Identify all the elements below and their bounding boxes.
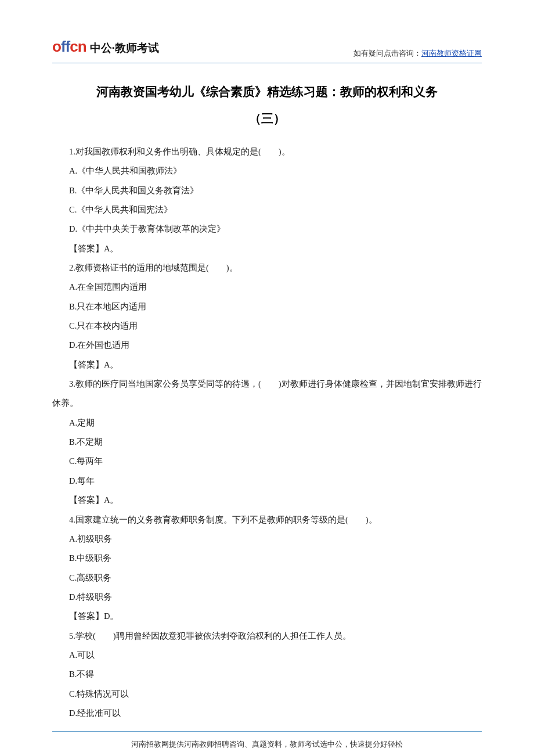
body-line: D.《中共中央关于教育体制改革的决定》 — [52, 219, 482, 239]
body-line: C.《中华人民共和国宪法》 — [52, 200, 482, 219]
site-logo: offcn 中公·教师考试 — [52, 35, 159, 59]
body-line: D.经批准可以 — [52, 704, 482, 723]
body-line: B.《中华人民共和国义务教育法》 — [52, 181, 482, 200]
body-line: 1.对我国教师权利和义务作出明确、具体规定的是( )。 — [52, 142, 482, 161]
body-line: C.每两年 — [52, 452, 482, 471]
body-line: C.高级职务 — [52, 568, 482, 588]
logo-latin: offcn — [52, 35, 86, 59]
body-line: 【答案】A。 — [52, 239, 482, 258]
header-consult: 如有疑问点击咨询：河南教师资格证网 — [353, 48, 482, 59]
body-line: B.只在本地区内适用 — [52, 297, 482, 316]
body-line: 4.国家建立统一的义务教育教师职务制度。下列不是教师的职务等级的是( )。 — [52, 510, 482, 530]
body-line: B.不得 — [52, 665, 482, 684]
body-line: A.可以 — [52, 646, 482, 665]
page-header: offcn 中公·教师考试 如有疑问点击咨询：河南教师资格证网 — [52, 35, 482, 63]
consult-prefix: 如有疑问点击咨询： — [353, 49, 421, 57]
body-line: D.特级职务 — [52, 588, 482, 607]
body-line: A.在全国范围内适用 — [52, 278, 482, 297]
body-line: C.只在本校内适用 — [52, 316, 482, 336]
body-line: A.初级职务 — [52, 530, 482, 549]
body-line: A.《中华人民共和国教师法》 — [52, 161, 482, 181]
document-title: 河南教资国考幼儿《综合素质》精选练习题：教师的权利和义务 （三） — [52, 78, 482, 132]
body-line: A.定期 — [52, 413, 482, 433]
body-line: C.特殊情况可以 — [52, 685, 482, 704]
consult-link[interactable]: 河南教师资格证网 — [421, 49, 482, 57]
body-line: 【答案】A。 — [52, 355, 482, 375]
body-line: 【答案】A。 — [52, 491, 482, 510]
logo-chinese: 中公·教师考试 — [90, 39, 159, 57]
title-line-2: （三） — [52, 105, 482, 132]
body-line: D.在外国也适用 — [52, 336, 482, 355]
document-body: 1.对我国教师权利和义务作出明确、具体规定的是( )。A.《中华人民共和国教师法… — [52, 142, 482, 723]
body-line: D.每年 — [52, 471, 482, 491]
body-line: B.中级职务 — [52, 549, 482, 568]
title-line-1: 河南教资国考幼儿《综合素质》精选练习题：教师的权利和义务 — [52, 78, 482, 105]
footer-text: 河南招教网提供河南教师招聘咨询、真题资料，教师考试选中公，快速提分好轻松 — [131, 740, 403, 748]
body-line: 3.教师的医疗同当地国家公务员享受同等的待遇，( )对教师进行身体健康检查，并因… — [52, 375, 482, 413]
body-line: 【答案】D。 — [52, 607, 482, 626]
page-footer: 河南招教网提供河南教师招聘咨询、真题资料，教师考试选中公，快速提分好轻松 — [52, 731, 482, 751]
body-line: 2.教师资格证书的适用的地域范围是( )。 — [52, 258, 482, 278]
body-line: 5.学校( )聘用曾经因故意犯罪被依法剥夺政治权利的人担任工作人员。 — [52, 627, 482, 646]
body-line: B.不定期 — [52, 433, 482, 452]
